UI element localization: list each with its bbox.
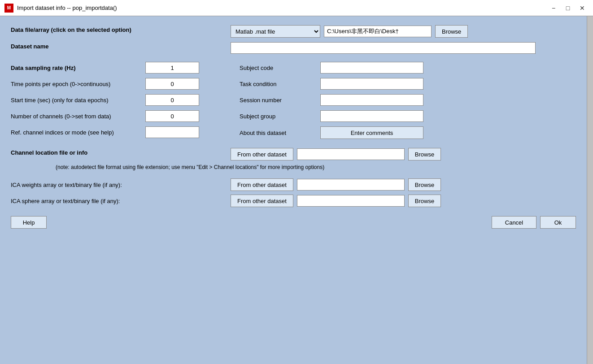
- start-time-label: Start time (sec) (only for data epochs): [11, 97, 145, 104]
- channel-location-section: Channel location file or info From other…: [11, 148, 576, 170]
- ica-sphere-browse-button[interactable]: Browse: [408, 195, 441, 207]
- right-column: Subject code Task condition Session numb…: [235, 62, 576, 139]
- help-button[interactable]: Help: [11, 216, 47, 229]
- subject-code-input[interactable]: [320, 62, 423, 74]
- bottom-buttons: Help Cancel Ok: [11, 216, 576, 229]
- data-file-row: Data file/array (click on the selected o…: [11, 25, 576, 38]
- ref-channel-label: Ref. channel indices or mode (see help): [11, 129, 145, 136]
- session-number-input[interactable]: [320, 94, 423, 106]
- ica-weights-label: ICA weights array or text/binary file (i…: [11, 182, 231, 188]
- ok-button[interactable]: Ok: [540, 216, 576, 229]
- time-points-input[interactable]: [145, 78, 199, 90]
- ica-weights-input[interactable]: [297, 179, 405, 191]
- subject-code-label: Subject code: [240, 65, 320, 71]
- subject-group-row: Subject group: [240, 110, 576, 122]
- ica-sphere-input[interactable]: [297, 195, 405, 207]
- sampling-rate-label: Data sampling rate (Hz): [11, 65, 145, 71]
- maximize-button[interactable]: □: [562, 2, 574, 14]
- cancel-button[interactable]: Cancel: [492, 216, 536, 229]
- browse1-button[interactable]: Browse: [435, 25, 468, 38]
- dataset-name-label: Dataset name: [11, 43, 231, 50]
- task-condition-row: Task condition: [240, 78, 576, 90]
- right-side-panel: [587, 16, 593, 364]
- num-channels-label: Number of channels (0->set from data): [11, 113, 145, 120]
- ref-channel-row: Ref. channel indices or mode (see help): [11, 126, 235, 138]
- enter-comments-button[interactable]: Enter comments: [320, 126, 423, 139]
- window-title: Import dataset info -- pop_importdata(): [17, 4, 547, 11]
- channel-location-label: Channel location file or info: [11, 149, 231, 156]
- from-other-dataset2-button[interactable]: From other dataset: [231, 178, 293, 191]
- from-other-dataset3-button[interactable]: From other dataset: [231, 195, 293, 207]
- ica-weights-browse-button[interactable]: Browse: [408, 178, 441, 191]
- subject-code-row: Subject code: [240, 62, 576, 74]
- minimize-button[interactable]: −: [547, 2, 560, 14]
- sampling-rate-input[interactable]: [145, 62, 199, 74]
- from-other-dataset1-button[interactable]: From other dataset: [231, 148, 293, 160]
- titlebar: M Import dataset info -- pop_importdata(…: [0, 0, 593, 16]
- main-window: M Import dataset info -- pop_importdata(…: [0, 0, 593, 364]
- start-time-input[interactable]: [145, 94, 199, 106]
- left-column: Data sampling rate (Hz) Time points per …: [11, 62, 235, 139]
- start-time-row: Start time (sec) (only for data epochs): [11, 94, 235, 106]
- ica-sphere-row: ICA sphere array or text/binary file (if…: [11, 195, 576, 207]
- num-channels-input[interactable]: [145, 110, 199, 122]
- num-channels-row: Number of channels (0->set from data): [11, 110, 235, 122]
- ica-sphere-label: ICA sphere array or text/binary file (if…: [11, 198, 231, 204]
- main-content: Data file/array (click on the selected o…: [0, 16, 593, 364]
- data-file-label: Data file/array (click on the selected o…: [11, 26, 231, 33]
- ica-section: ICA weights array or text/binary file (i…: [11, 178, 576, 207]
- session-number-label: Session number: [240, 97, 320, 104]
- about-dataset-row: About this dataset Enter comments: [240, 126, 576, 139]
- file-type-dropdown[interactable]: Matlab .mat fileEDF fileBDF fileCSV file…: [231, 25, 320, 38]
- time-points-label: Time points per epoch (0->continuous): [11, 81, 145, 87]
- channel-location-input[interactable]: [297, 148, 405, 160]
- channel-browse-button[interactable]: Browse: [408, 148, 441, 160]
- file-path-input[interactable]: [324, 26, 432, 37]
- dataset-name-input[interactable]: [231, 42, 536, 54]
- session-number-row: Session number: [240, 94, 576, 106]
- app-icon: M: [4, 4, 13, 13]
- task-condition-input[interactable]: [320, 78, 423, 90]
- subject-group-label: Subject group: [240, 113, 320, 120]
- dataset-name-row: Dataset name: [11, 42, 576, 54]
- channel-location-row: Channel location file or info From other…: [11, 148, 576, 160]
- subject-group-input[interactable]: [320, 110, 423, 122]
- form-grid: Data sampling rate (Hz) Time points per …: [11, 62, 576, 139]
- ica-weights-row: ICA weights array or text/binary file (i…: [11, 178, 576, 191]
- window-controls: − □ ✕: [547, 2, 589, 14]
- about-dataset-label: About this dataset: [240, 130, 320, 136]
- channel-note: (note: autodetect file format using file…: [11, 164, 576, 170]
- ref-channel-input[interactable]: [145, 126, 199, 138]
- sampling-rate-row: Data sampling rate (Hz): [11, 62, 235, 74]
- dialog-panel: Data file/array (click on the selected o…: [0, 16, 587, 364]
- close-button[interactable]: ✕: [576, 2, 589, 14]
- task-condition-label: Task condition: [240, 81, 320, 87]
- time-points-row: Time points per epoch (0->continuous): [11, 78, 235, 90]
